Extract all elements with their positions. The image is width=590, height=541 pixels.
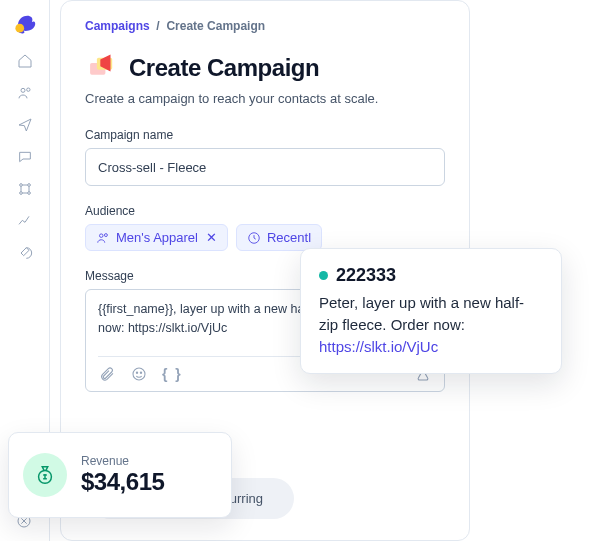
emoji-icon[interactable] <box>130 365 148 383</box>
attachment-icon[interactable] <box>98 365 116 383</box>
audience-chips: Men's Apparel ✕ Recentl <box>85 224 445 251</box>
campaign-name-input[interactable] <box>85 148 445 186</box>
breadcrumb-sep: / <box>153 19 166 33</box>
page-title: Create Campaign <box>129 54 319 82</box>
chip-remove-icon[interactable]: ✕ <box>206 230 217 245</box>
chip-label: Recentl <box>267 230 311 245</box>
message-preview-card: 222333 Peter, layer up with a new half-z… <box>300 248 562 374</box>
preview-link[interactable]: https://slkt.io/VjUc <box>319 338 438 355</box>
chip-label: Men's Apparel <box>116 230 198 245</box>
svg-point-15 <box>140 372 141 373</box>
svg-point-4 <box>27 184 30 187</box>
svg-point-2 <box>26 88 29 91</box>
revenue-value: $34,615 <box>81 468 164 496</box>
svg-point-5 <box>19 192 22 195</box>
settings-icon[interactable] <box>16 244 34 262</box>
svg-point-3 <box>19 184 22 187</box>
svg-point-10 <box>100 233 104 237</box>
app-logo <box>11 8 39 36</box>
contacts-icon[interactable] <box>16 84 34 102</box>
svg-point-6 <box>27 192 30 195</box>
audience-chip-recent[interactable]: Recentl <box>236 224 322 251</box>
chat-icon[interactable] <box>16 148 34 166</box>
audience-chip-mens-apparel[interactable]: Men's Apparel ✕ <box>85 224 228 251</box>
breadcrumb-root[interactable]: Campaigns <box>85 19 150 33</box>
megaphone-icon <box>85 51 119 85</box>
preview-sender-number: 222333 <box>336 265 396 286</box>
home-icon[interactable] <box>16 52 34 70</box>
svg-point-13 <box>133 368 145 380</box>
page-subtitle: Create a campaign to reach your contacts… <box>85 91 445 106</box>
svg-point-14 <box>136 372 137 373</box>
send-icon[interactable] <box>16 116 34 134</box>
preview-text: Peter, layer up with a new half-zip flee… <box>319 294 524 333</box>
svg-point-11 <box>104 233 107 236</box>
revenue-card: Revenue $34,615 <box>8 432 232 518</box>
merge-tags-icon[interactable]: { } <box>162 366 183 382</box>
analytics-icon[interactable] <box>16 212 34 230</box>
audience-label: Audience <box>85 204 445 218</box>
preview-body: Peter, layer up with a new half-zip flee… <box>319 292 543 357</box>
money-bag-icon <box>23 453 67 497</box>
campaign-name-label: Campaign name <box>85 128 445 142</box>
svg-point-0 <box>15 24 24 33</box>
integrations-icon[interactable] <box>16 180 34 198</box>
svg-point-1 <box>21 88 25 92</box>
revenue-label: Revenue <box>81 454 164 468</box>
breadcrumb-current: Create Campaign <box>166 19 265 33</box>
people-icon <box>96 231 110 245</box>
status-dot-icon <box>319 271 328 280</box>
clock-icon <box>247 231 261 245</box>
breadcrumb: Campaigns / Create Campaign <box>85 19 445 33</box>
